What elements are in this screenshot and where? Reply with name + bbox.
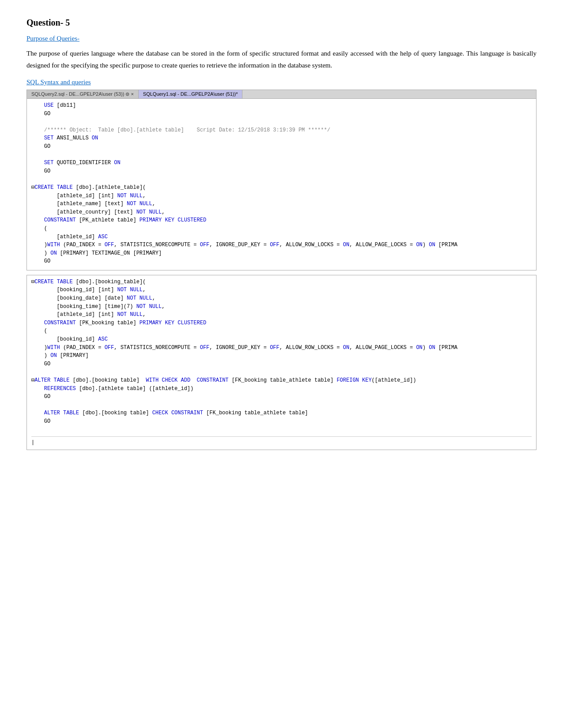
tab1-label: SQLQuery2.sql - DE...GPELP2A\user (53)) [31, 91, 124, 97]
sql-tab-2[interactable]: SQLQuery1.sql - DE...GPELP2A\user (51))* [139, 90, 243, 98]
sql-editor-block2: ⊟CREATE TABLE [dbo].[booking_table]( [bo… [26, 275, 537, 450]
purpose-link[interactable]: Purpose of Queries- [26, 35, 79, 42]
comment-1: /****** Object: Table [dbo].[athlete tab… [44, 127, 330, 133]
sql-link[interactable]: SQL Syntax and queries [26, 79, 91, 86]
sql-tab-bar: SQLQuery2.sql - DE...GPELP2A\user (53)) … [27, 90, 536, 99]
question-title: Question- 5 [26, 18, 537, 28]
sql-code-1: USE [db11] GO /****** Object: Table [dbo… [27, 99, 536, 270]
intro-paragraph: The purpose of queries language where th… [26, 48, 537, 71]
use-kw: USE [31, 102, 53, 109]
sql-tab-1[interactable]: SQLQuery2.sql - DE...GPELP2A\user (53)) … [27, 90, 139, 98]
tab2-label: SQLQuery1.sql - DE...GPELP2A\user (51))* [143, 91, 238, 97]
sql-editor-block1: SQLQuery2.sql - DE...GPELP2A\user (53)) … [26, 90, 537, 270]
tab1-icons: ⊜ × [125, 91, 133, 97]
cursor-line: | [31, 436, 532, 447]
